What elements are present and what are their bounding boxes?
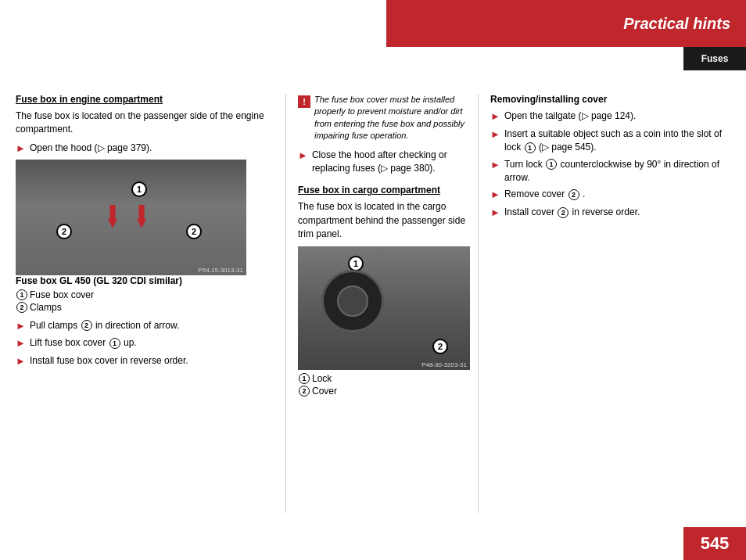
left-column: Fuse box in engine compartment The fuse … [16, 94, 282, 513]
fuses-title: Fuses [701, 53, 729, 64]
badge-1: 1 [131, 181, 147, 197]
right-bullet-5-text: Install cover 2 in reverse order. [504, 206, 730, 219]
mid-section-title: Fuse box in cargo compartment [298, 185, 470, 196]
right-bullet-3: ► Turn lock 1 counterclockwise by 90° in… [490, 158, 730, 185]
left-bullet-2-text: Pull clamps 2 in direction of arrow. [30, 319, 274, 332]
right-column: Removing/installing cover ► Open the tai… [478, 94, 730, 513]
caption-2-text: Clamps [30, 302, 62, 313]
engine-image: 1 2 2 P54.15-3013-31 [16, 160, 246, 275]
left-bullet-1-text: Open the hood (▷ page 379). [30, 142, 274, 155]
right-bullet-1: ► Open the tailgate (▷ page 124). [490, 109, 730, 124]
mid-circle-2-icon: 2 [299, 386, 310, 397]
practical-hints-bar: Practical hints [386, 0, 746, 47]
left-bullet-1: ► Open the hood (▷ page 379). [16, 142, 274, 156]
page-number: 545 [701, 533, 730, 554]
circle-2-icon: 2 [16, 302, 27, 313]
cargo-image: 1 2 P48-30-3203-31 [298, 246, 470, 370]
main-content: Fuse box in engine compartment The fuse … [16, 94, 730, 513]
right-section-title: Removing/installing cover [490, 94, 730, 105]
warning-icon: ! [298, 95, 310, 108]
circle-1b-icon: 1 [109, 338, 120, 349]
left-section-title: Fuse box in engine compartment [16, 94, 274, 105]
right-arrow-3-icon: ► [490, 158, 500, 173]
left-divider [285, 94, 286, 513]
mid-bullet-1: ► Close the hood after checking or repla… [298, 149, 470, 176]
bullet-arrow-icon: ► [16, 142, 26, 156]
right-arrow-4-icon: ► [490, 188, 500, 203]
image-code-left: P54.15-3013-31 [199, 267, 243, 274]
mid-circle-1-icon: 1 [299, 373, 310, 384]
caption-item-2: 2 Clamps [16, 302, 274, 313]
mid-bullet-1-text: Close the hood after checking or replaci… [312, 149, 470, 176]
page-number-box: 545 [683, 527, 746, 560]
right-bullet-4-text: Remove cover 2 . [504, 188, 730, 201]
warning-text: The fuse box cover must be installed pro… [314, 94, 470, 142]
caption-item-1: 1 Fuse box cover [16, 289, 274, 300]
circle-2b-icon: 2 [81, 320, 92, 331]
mid-caption-1: 1 Lock [298, 373, 470, 384]
right-bullet-2-text: Insert a suitable object such as a coin … [504, 127, 730, 155]
bullet-arrow-4-icon: ► [16, 354, 26, 369]
badge-2-right: 2 [186, 224, 202, 239]
right-bullet-1-text: Open the tailgate (▷ page 124). [504, 109, 730, 123]
arrow-2-icon [137, 205, 146, 228]
arrow-1-icon [108, 205, 117, 228]
right-bullet-2: ► Insert a suitable object such as a coi… [490, 127, 730, 155]
right-bullet-3-text: Turn lock 1 counterclockwise by 90° in d… [504, 158, 730, 185]
cargo-badge-2: 2 [432, 339, 448, 354]
mid-caption-2-text: Cover [312, 386, 337, 397]
right-bullet-4: ► Remove cover 2 . [490, 188, 730, 203]
mid-intro: The fuse box is located in the cargo com… [298, 200, 470, 241]
right-circle-1-icon: 1 [525, 142, 536, 153]
mid-caption-2: 2 Cover [298, 386, 470, 397]
header: Practical hints Fuses [386, 0, 746, 84]
left-bullet-3-text: Lift fuse box cover 1 up. [30, 336, 274, 350]
practical-hints-title: Practical hints [623, 15, 730, 33]
left-intro: The fuse box is located on the passenger… [16, 109, 274, 137]
mid-column: ! The fuse box cover must be installed p… [290, 94, 478, 513]
mid-caption-1-text: Lock [312, 373, 332, 384]
image-code-mid: P48-30-3203-31 [421, 361, 467, 368]
circle-1-icon: 1 [16, 289, 27, 300]
warning-box: ! The fuse box cover must be installed p… [298, 94, 470, 142]
right-circle-2-icon: 2 [568, 189, 579, 200]
right-bullet-5: ► Install cover 2 in reverse order. [490, 206, 730, 221]
right-arrow-1-icon: ► [490, 109, 500, 124]
mid-bullet-arrow-1-icon: ► [298, 149, 308, 163]
caption-title: Fuse box GL 450 (GL 320 CDI similar) [16, 275, 274, 286]
right-arrow-2-icon: ► [490, 127, 500, 142]
left-bullet-3: ► Lift fuse box cover 1 up. [16, 336, 274, 351]
left-bullet-4: ► Install fuse box cover in reverse orde… [16, 354, 274, 369]
fuses-bar: Fuses [683, 47, 746, 70]
bullet-arrow-3-icon: ► [16, 336, 26, 351]
bullet-arrow-2-icon: ► [16, 319, 26, 334]
caption-1-text: Fuse box cover [30, 289, 94, 300]
right-circle-2b-icon: 2 [558, 207, 568, 218]
lock-inner [337, 285, 368, 317]
right-arrow-5-icon: ► [490, 206, 500, 221]
right-circle-1b-icon: 1 [546, 159, 557, 170]
badge-2-left: 2 [56, 224, 72, 239]
left-bullet-4-text: Install fuse box cover in reverse order. [30, 354, 274, 368]
cargo-badge-1: 1 [348, 256, 364, 271]
left-bullet-2: ► Pull clamps 2 in direction of arrow. [16, 319, 274, 334]
